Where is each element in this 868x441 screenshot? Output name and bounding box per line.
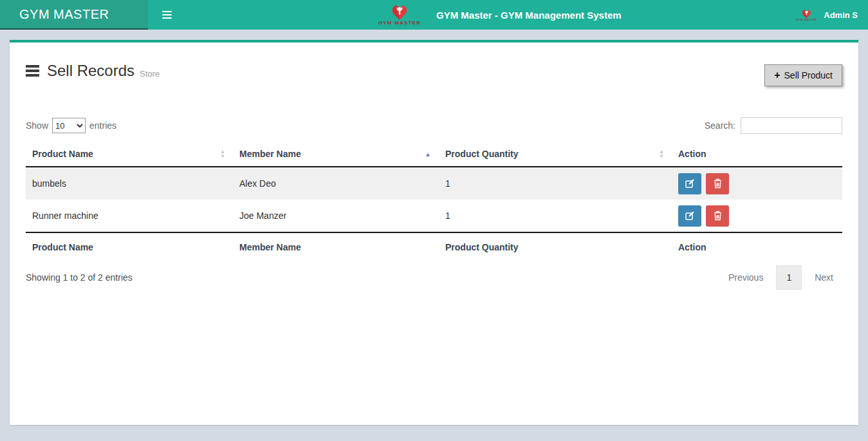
header-product-name[interactable]: Product Name ▲▼: [26, 142, 233, 167]
app-title: GYM Master - GYM Management System: [436, 10, 622, 21]
brand-text: GYM MASTER: [19, 7, 109, 22]
logo-caption: GYM MASTER: [378, 20, 421, 26]
pagination-page-1[interactable]: 1: [776, 265, 802, 290]
header-product-quantity[interactable]: Product Quantity ▲▼: [439, 142, 672, 167]
entries-info: Showing 1 to 2 of 2 entries: [26, 272, 133, 283]
delete-button[interactable]: [706, 205, 729, 227]
footer-member-name: Member Name: [233, 232, 439, 261]
table-row: bumbels Alex Deo 1: [26, 167, 842, 200]
table-controls: Show 10 entries Search:: [26, 117, 842, 134]
top-navbar: GYM MASTER GYM MASTER GYM Master - GYM M…: [0, 0, 868, 30]
trash-icon: [713, 211, 723, 221]
search-input[interactable]: [741, 117, 842, 134]
cell-product-quantity: 1: [439, 200, 672, 232]
search-label: Search:: [705, 120, 735, 131]
table-footer: Showing 1 to 2 of 2 entries Previous 1 N…: [26, 265, 842, 290]
edit-pencil-icon: [685, 211, 695, 221]
page-header: Sell Records Store + Sell Product: [26, 42, 842, 86]
header-action: Action: [672, 142, 842, 167]
edit-pencil-icon: [685, 178, 695, 189]
page-title: Sell Records: [47, 62, 134, 80]
cell-product-name: Runner machine: [26, 200, 233, 232]
sort-icon: ▲▼: [220, 149, 225, 158]
cell-member-name: Joe Manzer: [233, 200, 439, 232]
pagination-next[interactable]: Next: [806, 266, 842, 289]
gym-logo: GYM MASTER: [378, 4, 421, 26]
sell-product-label: Sell Product: [784, 70, 833, 80]
username-label: Admin S: [824, 10, 858, 20]
pagination: Previous 1 Next: [719, 265, 842, 290]
table-row: Runner machine Joe Manzer 1: [26, 200, 842, 232]
edit-button[interactable]: [678, 205, 701, 227]
page-length-control: Show 10 entries: [26, 118, 116, 133]
cell-product-quantity: 1: [439, 167, 672, 200]
user-menu[interactable]: GYM MASTER Admin S: [795, 9, 868, 21]
sort-ascending-icon: ▲: [425, 151, 431, 158]
table-footer-row: Product Name Member Name Product Quantit…: [26, 232, 842, 261]
heart-logo-icon-small: [801, 9, 812, 19]
cell-action: [672, 167, 842, 200]
sell-records-table: Product Name ▲▼ Member Name ▲ Product Qu…: [26, 142, 842, 261]
footer-product-name: Product Name: [26, 232, 233, 261]
search-control: Search:: [705, 117, 842, 134]
sort-icon: ▲▼: [659, 149, 664, 158]
table-header-row: Product Name ▲▼ Member Name ▲ Product Qu…: [26, 142, 842, 167]
pagination-previous[interactable]: Previous: [719, 266, 772, 289]
plus-icon: +: [774, 71, 780, 79]
logo-caption-small: GYM MASTER: [796, 18, 817, 21]
show-label: Show: [26, 120, 48, 131]
footer-action: Action: [672, 232, 842, 261]
trash-icon: [713, 178, 723, 189]
navbar-center: GYM MASTER GYM Master - GYM Management S…: [378, 0, 622, 30]
menu-bars-icon: [26, 63, 39, 79]
entries-label: entries: [89, 120, 116, 131]
user-avatar-logo: GYM MASTER: [795, 9, 817, 21]
cell-action: [672, 200, 842, 232]
heart-logo-icon: [390, 4, 409, 21]
title-wrap: Sell Records Store: [26, 62, 160, 80]
page-subtitle: Store: [140, 69, 160, 79]
hamburger-icon[interactable]: [160, 6, 174, 23]
page-length-select[interactable]: 10: [52, 118, 86, 133]
footer-product-quantity: Product Quantity: [439, 232, 672, 261]
delete-button[interactable]: [706, 173, 729, 194]
edit-button[interactable]: [678, 173, 701, 194]
sell-product-button[interactable]: + Sell Product: [764, 64, 842, 86]
header-member-name[interactable]: Member Name ▲: [233, 142, 439, 167]
content-card: Sell Records Store + Sell Product Show 1…: [10, 40, 858, 425]
cell-member-name: Alex Deo: [233, 167, 439, 200]
brand-logo[interactable]: GYM MASTER: [0, 0, 148, 30]
cell-product-name: bumbels: [26, 167, 233, 200]
